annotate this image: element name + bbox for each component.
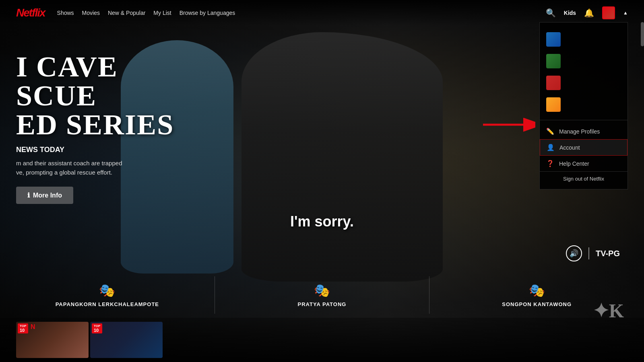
dropdown-avatar-1 (546, 32, 561, 47)
hero-title-line2: SCUE (16, 81, 174, 110)
account-label: Account (559, 144, 580, 151)
dropdown-avatar-2 (546, 54, 561, 68)
manage-profiles-label: Manage Profiles (559, 128, 600, 135)
manage-profiles-item[interactable]: ✏️ Manage Profiles (540, 123, 627, 139)
help-center-label: Help Center (559, 160, 589, 167)
hero-buttons: ℹ More Info (16, 187, 174, 204)
scrollbar-indicator[interactable] (641, 22, 644, 46)
nav-item-new-popular[interactable]: New & Popular (108, 9, 145, 16)
dropdown-profiles (540, 26, 627, 117)
thumbnail-1[interactable]: TOP 10 N (16, 322, 89, 358)
cast-name-2: PRATYA PATONG (221, 301, 423, 307)
netflix-n-1: N (31, 323, 35, 331)
hero-desc-line2: ve, prompting a global rescue effort. (16, 168, 174, 177)
dropdown-profile-1[interactable] (546, 31, 621, 48)
hero-description: m and their assistant coach are trapped … (16, 159, 174, 177)
sign-out-item[interactable]: Sign out of Netflix (540, 171, 627, 186)
thumbnail-2[interactable]: TOP 10 (90, 322, 163, 358)
bell-icon[interactable]: 🔔 (584, 8, 594, 18)
profile-caret-icon[interactable]: ▲ (623, 10, 628, 16)
profile-avatar[interactable] (602, 6, 615, 19)
dropdown-profile-2[interactable] (546, 52, 621, 70)
dropdown-divider-1 (540, 120, 627, 120)
help-center-icon: ❓ (546, 160, 554, 167)
hero-title-line1: I CAVE (16, 52, 174, 81)
volume-icon: 🔊 (570, 249, 578, 258)
search-icon[interactable]: 🔍 (546, 8, 556, 18)
netflix-logo: Netflix (16, 6, 45, 19)
dropdown-avatar-3 (546, 76, 561, 90)
info-icon: ℹ (27, 191, 30, 199)
hero-content: I CAVE SCUE ED SERIES NEWS TODAY m and t… (0, 52, 190, 204)
nav-item-movies[interactable]: Movies (82, 9, 100, 16)
cast-member-2: 🎭 PRATYA PATONG (215, 276, 430, 314)
help-center-item[interactable]: ❓ Help Center (540, 156, 627, 171)
tv-rating: TV-PG (596, 249, 620, 258)
cast-icon-2: 🎭 (221, 283, 423, 298)
cast-member-1: 🎭 PAPANGKORN LERKCHALEAMPOTE (0, 276, 215, 314)
avatar-image (603, 7, 614, 19)
top10-label: TOP (20, 324, 26, 328)
account-item[interactable]: 👤 Account (540, 139, 627, 156)
account-icon: 👤 (547, 144, 555, 151)
rating-divider (588, 247, 589, 259)
nav-item-my-list[interactable]: My List (153, 9, 171, 16)
thumbnail-strip: TOP 10 N TOP 10 (0, 318, 644, 362)
dropdown-profile-4[interactable] (546, 96, 621, 113)
more-info-button[interactable]: ℹ More Info (16, 187, 73, 204)
nav-links: Shows Movies New & Popular My List Brows… (57, 9, 235, 16)
cast-icon-3: 🎭 (436, 283, 638, 298)
figure-right (242, 32, 443, 282)
rating-badge: 🔊 TV-PG (566, 245, 620, 261)
nav-item-browse-languages[interactable]: Browse by Languages (180, 9, 235, 16)
cast-name-1: PAPANGKORN LERKCHALEAMPOTE (6, 301, 208, 307)
cast-section: 🎭 PAPANGKORN LERKCHALEAMPOTE 🎭 PRATYA PA… (0, 276, 644, 314)
subtitle-overlay: I'm sorry. (290, 213, 354, 230)
hero-title: I CAVE SCUE ED SERIES (16, 52, 174, 139)
dropdown-profile-3[interactable] (546, 74, 621, 92)
profile-dropdown: ✏️ Manage Profiles 👤 Account ❓ Help Cent… (539, 22, 628, 189)
hero-news-badge: NEWS TODAY (16, 146, 174, 154)
hero-desc-line1: m and their assistant coach are trapped (16, 159, 174, 168)
hero-title-line3: ED SERIES (16, 110, 174, 139)
navbar: Netflix Shows Movies New & Popular My Li… (0, 0, 644, 25)
volume-button[interactable]: 🔊 (566, 245, 582, 261)
top10-badge-1: TOP 10 (18, 323, 28, 333)
nav-item-shows[interactable]: Shows (57, 9, 74, 16)
dropdown-avatar-4 (546, 97, 561, 112)
nav-right: 🔍 Kids 🔔 ▲ (546, 6, 628, 19)
top10-badge-2: TOP 10 (92, 323, 102, 333)
cast-icon-1: 🎭 (6, 283, 208, 298)
kids-button[interactable]: Kids (564, 10, 576, 16)
top10-number: 10 (20, 328, 26, 333)
manage-profiles-icon: ✏️ (546, 128, 554, 135)
